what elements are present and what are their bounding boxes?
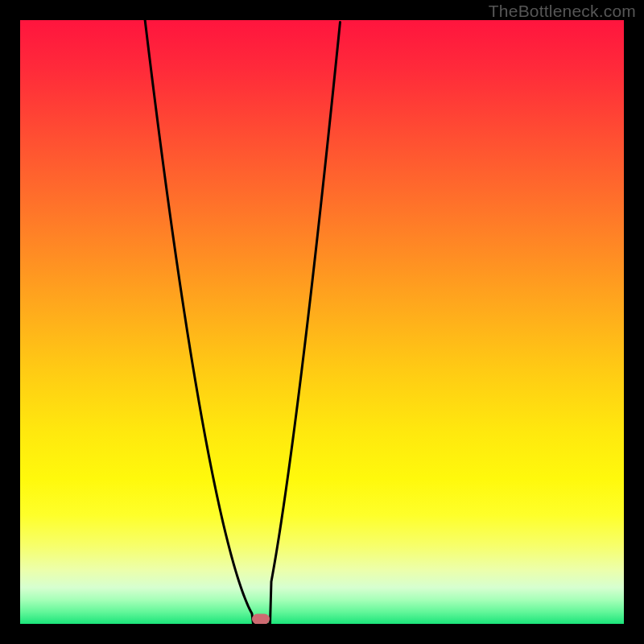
minimum-marker <box>252 614 270 625</box>
bottleneck-curve <box>145 20 340 624</box>
watermark-text: TheBottleneck.com <box>489 2 636 21</box>
plot-area <box>20 20 624 624</box>
curve-svg <box>20 20 624 624</box>
chart-frame: TheBottleneck.com <box>0 0 644 644</box>
